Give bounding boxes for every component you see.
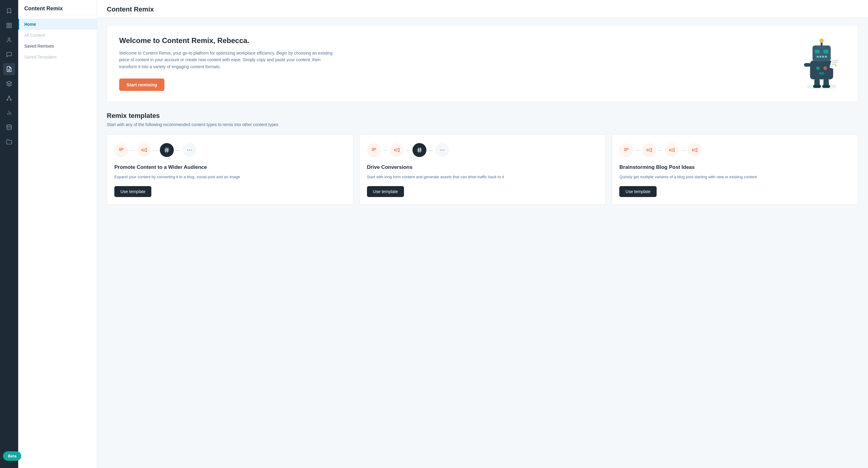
arrow-6: —: [429, 148, 433, 153]
layers-icon[interactable]: [3, 77, 15, 90]
svg-rect-19: [812, 45, 831, 61]
svg-point-41: [824, 66, 827, 70]
svg-line-59: [420, 147, 420, 153]
more-icon-1: [183, 143, 196, 157]
svg-rect-22: [815, 50, 820, 53]
text-icon-2: [367, 143, 381, 157]
use-template-button-3[interactable]: Use template: [619, 186, 656, 197]
svg-rect-1: [10, 23, 11, 25]
template-card-3: — — — Brainstorming Blog Post Id: [612, 134, 858, 205]
svg-point-8: [8, 96, 9, 97]
welcome-title: Welcome to Content Remix, Rebecca.: [119, 36, 368, 45]
svg-rect-27: [822, 56, 824, 58]
template-title-2: Drive Conversions: [367, 164, 598, 170]
hashtag-icon-2: [412, 143, 426, 157]
section-title: Remix templates: [107, 112, 858, 120]
dashboard-icon[interactable]: [3, 20, 15, 32]
page-title: Content Remix: [97, 0, 868, 18]
svg-point-10: [10, 99, 11, 100]
text-icon-1: [114, 143, 128, 157]
svg-point-16: [7, 125, 11, 126]
folder-icon[interactable]: [3, 136, 15, 148]
megaphone-icon-3c: [687, 143, 702, 157]
section-subtitle: Start with any of the following recommen…: [107, 122, 858, 127]
svg-rect-18: [810, 61, 833, 79]
app-title: Content Remix: [18, 0, 97, 15]
arrow-1: —: [131, 148, 135, 153]
arrow-5: —: [406, 148, 410, 153]
svg-rect-38: [813, 85, 821, 88]
svg-rect-3: [10, 26, 11, 28]
bookmark-icon[interactable]: [3, 5, 15, 17]
nav-item-saved-templates: Saved Templates: [18, 52, 97, 62]
contacts-icon[interactable]: [3, 34, 15, 46]
content-icon[interactable]: [3, 63, 15, 75]
svg-line-58: [418, 147, 419, 153]
use-template-button-1[interactable]: Use template: [114, 186, 151, 197]
svg-point-51: [189, 150, 190, 151]
svg-line-49: [167, 147, 168, 153]
nav-item-saved-remixes[interactable]: Saved Remixes: [18, 41, 97, 52]
svg-point-40: [816, 66, 820, 70]
template-icons-row-2: — — —: [367, 143, 598, 157]
robot-illustration: ★: [797, 36, 846, 91]
template-title-1: Promote Content to a Wider Audience: [114, 164, 346, 170]
hashtag-icon-1: [160, 143, 174, 157]
svg-point-52: [191, 150, 192, 151]
template-title-3: Brainstorming Blog Post Ideas: [619, 164, 851, 170]
svg-point-4: [8, 38, 10, 40]
svg-marker-7: [7, 81, 12, 83]
use-template-button-2[interactable]: Use template: [367, 186, 404, 197]
template-description-3: Quickly get multiple variants of a blog …: [619, 174, 851, 180]
svg-rect-25: [817, 56, 818, 58]
chat-icon[interactable]: [3, 48, 15, 61]
svg-rect-42: [819, 72, 824, 74]
arrow-4: —: [383, 148, 387, 153]
svg-rect-39: [822, 85, 830, 88]
template-card-2: — — — Drive Conversions: [360, 134, 606, 205]
templates-section: Remix templates Start with any of the fo…: [107, 112, 858, 205]
svg-rect-23: [824, 50, 828, 53]
nav-sidebar: Content Remix Home All Content Saved Rem…: [18, 0, 97, 468]
svg-point-61: [442, 150, 442, 151]
svg-point-21: [819, 38, 824, 43]
text-icon-3: [619, 143, 633, 157]
welcome-text: Welcome to Content Remix, Rebecca. Welco…: [119, 36, 368, 91]
megaphone-icon-3a: [642, 143, 656, 157]
arrow-9: —: [681, 148, 685, 153]
network-icon[interactable]: [3, 92, 15, 104]
chart-icon[interactable]: [3, 107, 15, 119]
svg-point-9: [7, 99, 8, 100]
arrow-7: —: [636, 148, 640, 153]
svg-line-12: [9, 97, 11, 99]
svg-point-17: [806, 83, 837, 90]
svg-rect-29: [804, 63, 811, 67]
welcome-description: Welcome to Content Remix, your go-to pla…: [119, 50, 338, 70]
templates-grid: — — — Promote Content to a Wider: [107, 134, 858, 205]
template-card-1: — — — Promote Content to a Wider: [107, 134, 353, 205]
svg-point-62: [443, 150, 444, 151]
svg-point-50: [187, 150, 188, 151]
svg-rect-0: [7, 23, 9, 25]
beta-badge: Beta: [3, 451, 21, 461]
more-icon-2: [435, 143, 449, 157]
megaphone-icon-1: [137, 143, 151, 157]
svg-line-48: [165, 147, 166, 153]
template-description-2: Start with long form content and generat…: [367, 174, 598, 180]
nav-items: Home All Content Saved Remixes Saved Tem…: [18, 15, 97, 468]
nav-item-all-content: All Content: [18, 30, 97, 41]
database-icon[interactable]: [3, 121, 15, 133]
arrow-2: —: [153, 148, 157, 153]
template-description-1: Expand your content by converting it to …: [114, 174, 346, 180]
start-remixing-button[interactable]: Start remixing: [119, 78, 164, 91]
svg-rect-2: [7, 26, 9, 28]
arrow-3: —: [176, 148, 180, 153]
svg-rect-28: [825, 56, 827, 58]
arrow-8: —: [658, 148, 662, 153]
nav-item-home[interactable]: Home: [18, 19, 97, 30]
template-icons-row-3: — — —: [619, 143, 851, 157]
svg-line-11: [7, 97, 9, 99]
svg-point-60: [440, 150, 441, 151]
megaphone-icon-3b: [665, 143, 679, 157]
icon-sidebar: [0, 0, 18, 468]
